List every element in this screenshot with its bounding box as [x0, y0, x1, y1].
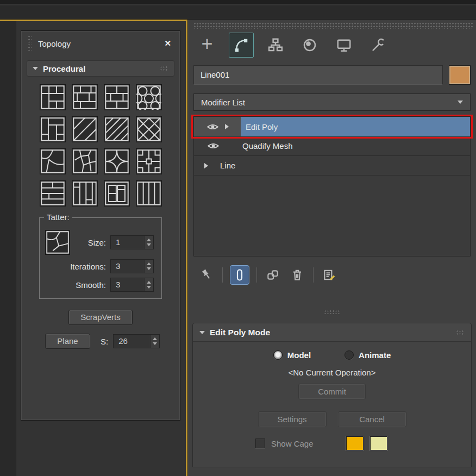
- pattern-thumb-v-stripes[interactable]: [136, 180, 162, 206]
- tab-motion[interactable]: [297, 33, 322, 58]
- stack-row-edit-poly[interactable]: Edit Poly: [194, 117, 470, 136]
- smooth-spinner-arrows[interactable]: [144, 278, 153, 291]
- panel-drag-handle-icon[interactable]: [193, 22, 474, 29]
- topology-dialog: Topology ✕ Procedural: [21, 30, 180, 421]
- modifier-list-dropdown[interactable]: Modifier List: [193, 93, 471, 111]
- spin-up-icon[interactable]: [153, 337, 157, 340]
- modifier-stack-toolbar: [198, 265, 476, 285]
- tab-utilities[interactable]: [366, 33, 391, 58]
- topology-titlebar[interactable]: Topology ✕: [21, 31, 180, 56]
- drag-handle-icon[interactable]: [28, 35, 32, 52]
- tatter-pattern-thumb[interactable]: [45, 230, 70, 255]
- pattern-thumb-scales[interactable]: [136, 84, 162, 110]
- make-unique-button[interactable]: [264, 266, 281, 284]
- pattern-thumb-diagonal-shards[interactable]: [72, 116, 98, 142]
- pattern-thumb-brick[interactable]: [104, 84, 130, 110]
- size-spinner-arrows[interactable]: [144, 236, 153, 249]
- visibility-eye-icon[interactable]: [206, 123, 219, 131]
- expand-arrow-icon[interactable]: [204, 163, 208, 168]
- stack-row-line[interactable]: Line: [194, 156, 470, 176]
- modify-curve-icon: [233, 37, 249, 53]
- pattern-thumb-petal-star[interactable]: [104, 148, 130, 174]
- edit-poly-mode-rollout: Edit Poly Mode Model Animate <No Current…: [192, 323, 472, 467]
- radio-selected-icon[interactable]: [273, 350, 283, 360]
- command-panel-tabs: +: [188, 33, 476, 58]
- smooth-spinner[interactable]: 3: [110, 278, 154, 292]
- cancel-button[interactable]: Cancel: [338, 411, 406, 427]
- s-value[interactable]: 26: [114, 335, 150, 348]
- pattern-thumb-diagonal-weave[interactable]: [104, 116, 130, 142]
- procedural-rollout-header[interactable]: Procedural: [27, 60, 174, 77]
- rollout-grip-icon: [456, 330, 465, 335]
- radio-model[interactable]: Model: [273, 350, 311, 360]
- scrapverts-button[interactable]: ScrapVerts: [68, 310, 133, 325]
- show-end-result-button[interactable]: [230, 265, 249, 285]
- pattern-thumb-mondrian-a[interactable]: [40, 84, 66, 110]
- tatter-group-label: Tatter:: [44, 212, 72, 222]
- stack-row-quadify-mesh[interactable]: Quadify Mesh: [194, 136, 470, 156]
- object-color-swatch[interactable]: [449, 65, 471, 85]
- rollout-divider-handle[interactable]: [324, 310, 340, 314]
- display-monitor-icon: [336, 37, 352, 53]
- close-icon[interactable]: ✕: [164, 39, 171, 48]
- create-plus-icon: +: [201, 36, 212, 52]
- size-label: Size:: [88, 238, 106, 247]
- modifier-label: Edit Poly: [246, 122, 278, 131]
- expand-arrow-icon[interactable]: [225, 124, 229, 129]
- edit-poly-toggles: [194, 117, 241, 136]
- cage-color-swatch-1[interactable]: [346, 436, 364, 450]
- radio-unselected-icon[interactable]: [345, 350, 354, 360]
- pattern-thumb-voronoi-stones[interactable]: [72, 148, 98, 174]
- pattern-thumb-diamond-cross[interactable]: [136, 116, 162, 142]
- tab-create[interactable]: +: [195, 33, 220, 58]
- pattern-thumb-curved-shatter[interactable]: [40, 148, 66, 174]
- settings-button[interactable]: Settings: [258, 411, 327, 427]
- collapse-arrow-icon: [33, 67, 38, 70]
- pin-stack-button[interactable]: [198, 266, 215, 284]
- dropdown-arrow-icon: [458, 101, 463, 104]
- tab-display[interactable]: [331, 33, 356, 58]
- tatter-size-row: Size: 1: [45, 230, 156, 255]
- remove-modifier-button[interactable]: [289, 266, 306, 284]
- iterations-spinner[interactable]: 3: [110, 259, 154, 273]
- edit-poly-selected[interactable]: Edit Poly: [241, 117, 470, 136]
- commit-button[interactable]: Commit: [298, 384, 366, 399]
- pattern-thumb-h-stripes[interactable]: [40, 180, 66, 206]
- pin-icon: [197, 265, 216, 285]
- procedural-rollout-title: Procedural: [43, 64, 85, 73]
- spin-down-icon[interactable]: [147, 286, 151, 289]
- wrench-icon: [370, 37, 386, 53]
- pattern-thumb-mondrian-b[interactable]: [72, 84, 98, 110]
- size-value[interactable]: 1: [111, 236, 144, 249]
- edit-poly-mode-header[interactable]: Edit Poly Mode: [193, 323, 471, 342]
- configure-modifier-sets-button[interactable]: [321, 266, 338, 284]
- spin-up-icon[interactable]: [147, 281, 151, 284]
- pattern-thumb-mondrian-c[interactable]: [40, 116, 66, 142]
- size-spinner[interactable]: 1: [110, 235, 154, 249]
- spin-up-icon[interactable]: [147, 239, 151, 241]
- pattern-thumb-bracket-grid[interactable]: [136, 148, 162, 174]
- main-toolbar-strip: [0, 0, 476, 20]
- mode-radio-group: Model Animate: [193, 350, 471, 360]
- iterations-spinner-arrows[interactable]: [144, 260, 153, 273]
- visibility-eye-icon[interactable]: [207, 142, 220, 150]
- tab-modify[interactable]: [229, 33, 254, 58]
- modifier-stack: Edit Poly Quadify Mesh Line: [193, 116, 471, 256]
- pattern-thumb-window-panels[interactable]: [104, 180, 130, 206]
- spin-up-icon[interactable]: [147, 262, 151, 265]
- animate-label: Animate: [359, 350, 391, 360]
- cage-color-swatch-2[interactable]: [370, 436, 387, 450]
- pattern-thumb-v-planks[interactable]: [72, 180, 98, 206]
- radio-animate[interactable]: Animate: [345, 350, 391, 360]
- spin-down-icon[interactable]: [147, 267, 151, 270]
- iterations-value[interactable]: 3: [111, 260, 144, 273]
- tab-hierarchy[interactable]: [263, 33, 288, 58]
- spin-down-icon[interactable]: [147, 243, 151, 246]
- spin-down-icon[interactable]: [153, 342, 157, 345]
- smooth-value[interactable]: 3: [111, 278, 144, 291]
- object-name-field[interactable]: Line001: [193, 65, 443, 85]
- plane-button[interactable]: Plane: [45, 334, 90, 349]
- s-spinner-arrows[interactable]: [150, 335, 159, 348]
- s-spinner[interactable]: 26: [113, 334, 160, 348]
- show-cage-checkbox[interactable]: [255, 439, 265, 448]
